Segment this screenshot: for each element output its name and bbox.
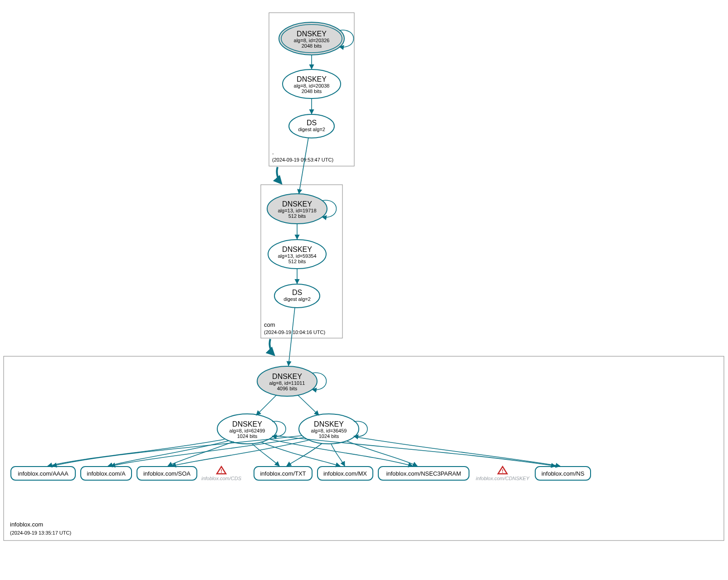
svg-text:alg=8, id=36459: alg=8, id=36459 <box>311 428 347 433</box>
zone-root: . (2024-09-19 09:53:47 UTC) DNSKEY alg=8… <box>269 13 354 166</box>
edge-zsk2-mx <box>331 444 345 466</box>
root-zone-timestamp: (2024-09-19 09:53:47 UTC) <box>272 157 333 162</box>
com-zsk-node: DNSKEY alg=13, id=59354 512 bits <box>268 240 326 269</box>
svg-text:DS: DS <box>292 289 302 296</box>
com-ksk-node: DNSKEY alg=13, id=19718 512 bits <box>267 194 327 224</box>
edge-zsk1-soa <box>168 442 234 466</box>
root-ds-node: DS digest alg=2 <box>289 114 334 138</box>
svg-text:1024 bits: 1024 bits <box>319 433 339 439</box>
domain-zone-label: infoblox.com <box>10 521 43 528</box>
edge-ksk-zsk2 <box>298 395 319 415</box>
svg-text:infoblox.com/AAAA: infoblox.com/AAAA <box>18 470 68 477</box>
svg-text:alg=13, id=19718: alg=13, id=19718 <box>278 208 316 213</box>
svg-text:!: ! <box>502 468 503 474</box>
svg-text:512 bits: 512 bits <box>288 259 306 264</box>
edge-com-to-domain-zone <box>269 339 274 355</box>
svg-text:alg=8, id=11011: alg=8, id=11011 <box>269 380 305 386</box>
svg-text:4096 bits: 4096 bits <box>277 386 298 391</box>
svg-text:DNSKEY: DNSKEY <box>272 373 302 380</box>
svg-text:infoblox.com/MX: infoblox.com/MX <box>323 470 367 477</box>
svg-text:DNSKEY: DNSKEY <box>232 420 262 428</box>
zone-com: com (2024-09-19 10:04:16 UTC) DNSKEY alg… <box>261 185 342 338</box>
svg-text:infoblox.com/CDNSKEY: infoblox.com/CDNSKEY <box>476 476 530 481</box>
svg-text:alg=13, id=59354: alg=13, id=59354 <box>278 253 316 259</box>
root-zsk-node: DNSKEY alg=8, id=20038 2048 bits <box>283 69 341 98</box>
svg-text:infoblox.com/NSEC3PARAM: infoblox.com/NSEC3PARAM <box>386 470 461 477</box>
rr-a: infoblox.com/A <box>81 467 132 480</box>
root-zone-label: . <box>272 149 274 156</box>
rr-nsec3param: infoblox.com/NSEC3PARAM <box>378 467 469 480</box>
svg-text:alg=8, id=20038: alg=8, id=20038 <box>294 83 330 88</box>
svg-text:DS: DS <box>307 119 317 127</box>
edge-com-ds-to-domain-ksk <box>288 308 295 366</box>
warn-cdnskey: ! infoblox.com/CDNSKEY <box>476 467 530 481</box>
rr-mx: infoblox.com/MX <box>318 467 373 480</box>
zone-domain: infoblox.com (2024-09-19 13:35:17 UTC) D… <box>4 356 724 541</box>
svg-text:alg=8, id=62499: alg=8, id=62499 <box>230 428 265 433</box>
svg-text:alg=8, id=20326: alg=8, id=20326 <box>294 38 330 43</box>
svg-text:2048 bits: 2048 bits <box>302 43 322 49</box>
svg-text:DNSKEY: DNSKEY <box>282 200 312 208</box>
root-ksk-node: DNSKEY alg=8, id=20326 2048 bits <box>279 22 344 55</box>
svg-text:DNSKEY: DNSKEY <box>314 420 344 428</box>
edge-zsk2-ns <box>356 437 560 466</box>
svg-text:DNSKEY: DNSKEY <box>297 30 327 38</box>
com-zone-label: com <box>264 321 275 328</box>
svg-text:2048 bits: 2048 bits <box>302 88 322 94</box>
svg-rect-25 <box>4 356 724 541</box>
svg-text:infoblox.com/A: infoblox.com/A <box>87 470 126 477</box>
rr-soa: infoblox.com/SOA <box>137 467 197 480</box>
edge-zsk1-ns <box>274 436 556 466</box>
svg-text:digest alg=2: digest alg=2 <box>298 127 325 132</box>
svg-text:infoblox.com/TXT: infoblox.com/TXT <box>260 470 306 477</box>
svg-text:1024 bits: 1024 bits <box>237 433 258 439</box>
edge-ksk-zsk1 <box>256 395 277 415</box>
warn-cds: ! infoblox.com/CDS <box>201 467 242 481</box>
edge-zsk2-txt <box>287 443 322 466</box>
domain-zone-timestamp: (2024-09-19 13:35:17 UTC) <box>10 530 71 536</box>
svg-text:digest alg=2: digest alg=2 <box>283 296 311 302</box>
svg-text:512 bits: 512 bits <box>288 213 306 219</box>
svg-text:infoblox.com/CDS: infoblox.com/CDS <box>201 476 242 481</box>
svg-text:!: ! <box>220 468 222 474</box>
svg-text:DNSKEY: DNSKEY <box>297 75 327 83</box>
svg-text:DNSKEY: DNSKEY <box>282 246 312 253</box>
edge-root-to-com-zone <box>277 167 281 183</box>
edge-root-ds-to-com-ksk <box>299 138 308 194</box>
domain-ksk-node: DNSKEY alg=8, id=11011 4096 bits <box>257 366 317 396</box>
com-zone-timestamp: (2024-09-19 10:04:16 UTC) <box>264 329 325 335</box>
rr-txt: infoblox.com/TXT <box>254 467 312 480</box>
rr-ns: infoblox.com/NS <box>535 467 591 480</box>
svg-text:infoblox.com/SOA: infoblox.com/SOA <box>143 470 191 477</box>
edge-zsk1-txt <box>252 443 279 466</box>
rr-aaaa: infoblox.com/AAAA <box>11 467 75 480</box>
svg-text:infoblox.com/NS: infoblox.com/NS <box>542 470 585 477</box>
com-ds-node: DS digest alg=2 <box>274 284 320 308</box>
